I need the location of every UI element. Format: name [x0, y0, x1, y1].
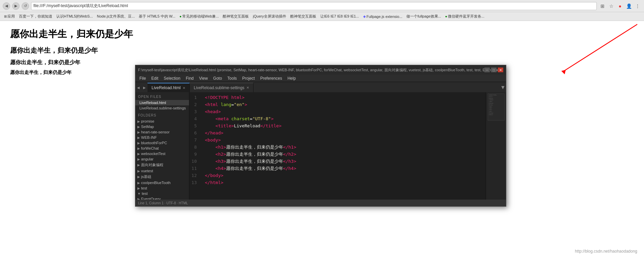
sidebar-folder-bluetooth[interactable]: ▶ bluetoothForPC: [135, 140, 189, 146]
bookmark-8-label: 酷神笔交互面板: [290, 14, 316, 19]
sidebar-folder-heart-rate[interactable]: ▶ heart-rate-sensor: [135, 129, 189, 135]
watermark: http://blog.csdn.net/haohaodadong: [575, 249, 637, 254]
maximize-button[interactable]: □: [491, 68, 497, 72]
forward-button[interactable]: ▶: [12, 2, 20, 10]
tab-next-button[interactable]: ▶: [141, 83, 147, 92]
code-token: </title>: [260, 123, 281, 130]
sidebar-folder-angular[interactable]: ▶ angular: [135, 156, 189, 162]
code-token: "en": [234, 101, 244, 108]
bookmark-1-label: 百度一下，你就知道: [19, 14, 52, 19]
browser-toolbar: ◀ ▶ ↺ file:///F:/myself-test/javascript填…: [0, 0, 644, 12]
tab-livereload-html[interactable]: LiveReload.html ✕: [147, 83, 190, 92]
bookmark-3[interactable]: Node.js文件系统、豆...: [96, 13, 136, 20]
window-controls: ─ □ ✕: [484, 68, 503, 72]
tab-livereload-html-close[interactable]: ✕: [183, 86, 185, 90]
sidebar-folder-oop[interactable]: ▶ 面向对象编程: [135, 162, 189, 168]
code-token: <!DOCTYPE html>: [205, 94, 244, 101]
code-token: charset: [231, 115, 250, 123]
window-title: F:\myself-test\javascript填坑史\LiveReload.…: [138, 68, 503, 73]
code-content[interactable]: <!DOCTYPE html> <html lang="en"> <head> …: [202, 92, 486, 200]
sidebar-folder-forwechat[interactable]: ▶ forWeChat: [135, 146, 189, 151]
bookmark-12[interactable]: ● 微信硬件蓝牙开发各...: [444, 13, 486, 20]
address-bar[interactable]: file:///F:/myself-test/javascript填坑史/Liv…: [31, 2, 597, 10]
folder-expand-icon: ▶: [137, 147, 140, 150]
page-h1: 愿你出走半生，归来仍是少年: [10, 28, 634, 41]
minimize-button[interactable]: ─: [484, 68, 490, 72]
code-line-7: <body>: [205, 137, 482, 144]
sublime-window: F:\myself-test\javascript填坑史\LiveReload.…: [135, 65, 506, 207]
code-token: <title>: [215, 123, 234, 130]
menu-view[interactable]: View: [196, 75, 211, 81]
code-token: </h3>: [283, 158, 296, 165]
bookmark-9[interactable]: 让IE6 IE7 IE8 IE9 IE1...: [319, 13, 360, 20]
menu-selection[interactable]: Selection: [161, 75, 183, 81]
close-button[interactable]: ✕: [498, 68, 503, 72]
settings-icon[interactable]: ⋮: [634, 2, 641, 10]
bookmark-4[interactable]: 基于 HTML5 中的 W...: [137, 13, 177, 20]
bookmark-11[interactable]: 做一个fullpage效果...: [405, 13, 442, 20]
tab-livereload-html-label: LiveReload.html: [152, 85, 181, 90]
sublime-statusbar: Line 1, Column 1 · UTF-8 · HTML: [135, 200, 506, 206]
sidebar-folder-web-inf[interactable]: ▶ WEB-INF: [135, 135, 189, 140]
folder-expand-icon: ▶: [137, 197, 140, 200]
star-icon[interactable]: ☆: [608, 2, 615, 10]
bookmark-10-label: Fullpage.js extensio...: [367, 15, 402, 19]
minimap: <!DOCTYPE><html><head> <meta> <title></h…: [486, 92, 506, 200]
extensions-icon[interactable]: ⊞: [599, 2, 606, 10]
sidebar-folder-vuetest[interactable]: ▶ vuetest: [135, 168, 189, 174]
code-token: <body>: [205, 137, 221, 144]
chrome-icon[interactable]: ●: [616, 2, 624, 10]
sidebar-folder-promise[interactable]: ▶ promise: [135, 119, 189, 124]
menu-help[interactable]: Help: [285, 75, 299, 81]
menu-edit[interactable]: Edit: [149, 75, 161, 81]
sidebar-folder-test1[interactable]: ▶ test: [135, 185, 189, 191]
bookmarks-bar: ⊞ 应用 百度一下，你就知道 认识HTML5的WebS... Node.js文件…: [0, 12, 644, 21]
sidebar-folder-setmap[interactable]: ▶ SetMap: [135, 124, 189, 129]
menu-goto[interactable]: Goto: [211, 75, 225, 81]
folder-expand-icon: ▼: [137, 192, 141, 196]
code-token: </html>: [205, 179, 223, 186]
bookmark-2[interactable]: 认识HTML5的WebS...: [55, 13, 94, 20]
reload-button[interactable]: ↺: [22, 2, 29, 10]
code-token: <h2>: [215, 151, 226, 158]
code-token: <meta: [215, 115, 231, 123]
code-token: "UTF-8": [252, 115, 271, 123]
code-token: >: [271, 115, 274, 123]
page-h2: 愿你出走半生，归来仍是少年: [10, 46, 634, 55]
tab-livereload-settings[interactable]: LiveReload.sublime-settings ✕: [190, 83, 253, 92]
menu-tools[interactable]: Tools: [225, 75, 240, 81]
bookmark-5[interactable]: ● 常见的移动端Web兼...: [178, 13, 220, 20]
sidebar-folder-eventquery[interactable]: ▶ EventQuery: [135, 196, 189, 200]
line-num-12: 12: [189, 172, 199, 179]
sidebar-folder-websocket[interactable]: ▶ websocketTest: [135, 151, 189, 156]
sidebar-folder-test2[interactable]: ▼ test: [135, 191, 189, 196]
tab-livereload-settings-close[interactable]: ✕: [246, 86, 249, 89]
menu-project[interactable]: Project: [240, 75, 258, 81]
bookmark-10[interactable]: ◆ Fullpage.js extensio...: [362, 14, 404, 19]
back-button[interactable]: ◀: [3, 2, 10, 10]
sidebar-folder-coolpen[interactable]: ▶ coolpenBlueTooth: [135, 180, 189, 185]
tabs-overflow-button[interactable]: ▼: [500, 83, 506, 92]
code-token: </h1>: [283, 144, 296, 151]
bookmark-12-label: 微信硬件蓝牙开发各...: [448, 14, 484, 19]
user-icon[interactable]: 👤: [625, 2, 633, 10]
menu-file[interactable]: File: [137, 75, 149, 81]
bookmark-8[interactable]: 酷神笔交互面板: [289, 13, 318, 20]
menu-find[interactable]: Find: [183, 75, 196, 81]
code-token: >: [244, 101, 247, 108]
sidebar-folder-jsbasic[interactable]: ▶ js基础: [135, 174, 189, 180]
bookmark-1[interactable]: 百度一下，你就知道: [18, 13, 54, 20]
sidebar-open-file-0[interactable]: LiveReload.html: [135, 100, 189, 105]
tab-prev-button[interactable]: ◀: [135, 83, 141, 92]
bookmark-6[interactable]: 酷神笔交互面板: [221, 13, 250, 20]
sidebar-open-file-1[interactable]: LiveReload.sublime-settings: [135, 105, 189, 111]
bookmark-7[interactable]: jQuery全屏滚动插件: [251, 13, 287, 20]
folder-expand-icon: ▶: [137, 152, 140, 156]
bookmark-apps[interactable]: ⊞ 应用: [3, 13, 16, 20]
line-num-7: 7: [189, 137, 199, 144]
code-token: [205, 158, 215, 165]
url-text: file:///F:/myself-test/javascript填坑史/Liv…: [33, 3, 128, 9]
menu-preferences[interactable]: Preferences: [258, 75, 285, 81]
code-token: [205, 144, 215, 151]
code-token: =: [250, 115, 252, 123]
